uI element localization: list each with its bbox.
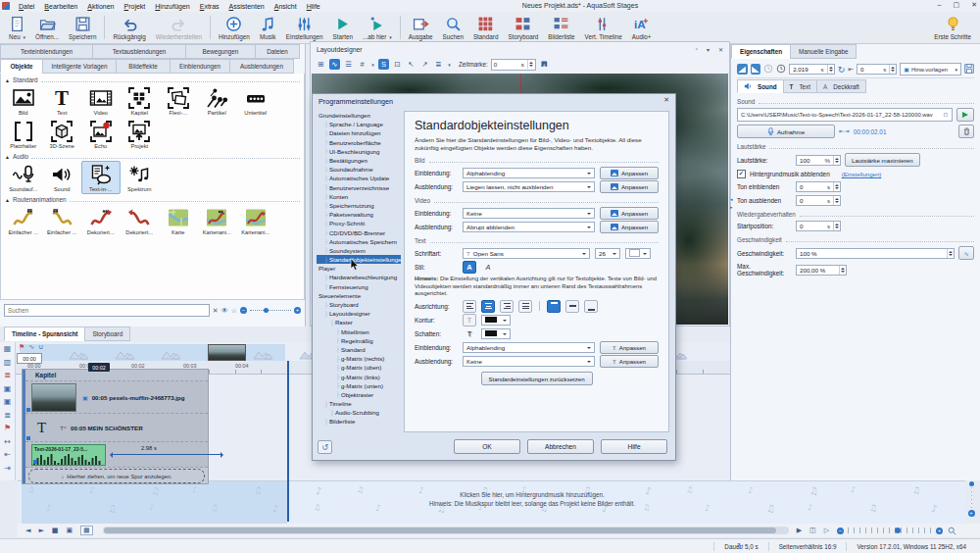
object-platzhalter[interactable]: Platzhalter	[4, 118, 43, 151]
tab-eigenschaften[interactable]: Eigenschaften	[731, 44, 791, 59]
align-justify-icon[interactable]	[518, 300, 532, 313]
frame-view-icon[interactable]: ▣	[66, 527, 73, 534]
templates-dropdown[interactable]: ▣ Hinw.vorlagen ▾	[900, 63, 961, 75]
tree-item-storyboard[interactable]: ├Storyboard	[317, 300, 401, 309]
menu-projekt[interactable]: Projekt	[119, 3, 150, 10]
reset-defaults-button[interactable]: Standardeinstellungen zurücksetzen	[481, 372, 593, 385]
object-soundauf[interactable]: Soundauf...	[4, 161, 43, 194]
fade-out-spinner[interactable]: 0 s	[796, 195, 841, 206]
menu-hilfe[interactable]: Hilfe	[302, 3, 325, 10]
text-ausblendung-anpassen-button[interactable]: TAnpassen	[600, 355, 659, 368]
toolbar-export-button[interactable]: Ausgabe	[404, 13, 438, 43]
video-ausblendung-select[interactable]: Abrupt abblenden	[463, 222, 595, 232]
section-header-routenanimationen[interactable]: ▲Routenanimationen	[5, 196, 300, 203]
fade-background-checkbox[interactable]	[737, 170, 746, 178]
valign-bottom-icon[interactable]	[584, 300, 598, 313]
tree-item-automatisches-speichern[interactable]: ├Automatisches Speichern	[317, 237, 401, 246]
chevron-down-icon[interactable]: ▾	[23, 34, 25, 40]
max-speed-spinner[interactable]: 200,00 %	[796, 265, 847, 276]
audio-clip-row[interactable]: Text-2026-01-17_22-5... 2.98 s	[25, 442, 208, 468]
tab-manuelle-eingabe[interactable]: Manuelle Eingabe	[790, 44, 857, 59]
browse-file-icon[interactable]: 🗋	[943, 112, 949, 118]
grid-caret-icon[interactable]: ▾	[370, 59, 375, 70]
tab-texteinblendungen[interactable]: Texteinblendungen	[0, 44, 93, 59]
minimize-icon[interactable]: –	[938, 1, 942, 9]
tree-item-g-matrix-links-[interactable]: ├g-Matrix (links)	[317, 372, 401, 380]
timeline-tool-icon-9[interactable]: ⇥	[4, 464, 11, 473]
tree-item-benutzeroberfläche[interactable]: ├Benutzeroberfläche	[317, 138, 401, 147]
timeline-tool-icon-2[interactable]: ≣	[4, 371, 11, 379]
tree-item-fernsteuerung[interactable]: ├Fernsteuerung	[317, 282, 401, 291]
delete-sound-button[interactable]	[958, 125, 974, 138]
bild-ausblendung-anpassen-button[interactable]: Anpassen	[600, 180, 659, 193]
toolbar-floppy-button[interactable]: Speichern	[64, 13, 101, 43]
tree-item-mittellinien[interactable]: ├Mittellinien	[317, 327, 401, 336]
audio-clip[interactable]: Text-2026-01-17_22-5...	[31, 444, 106, 466]
speed-curve-button[interactable]: ∿	[958, 246, 974, 260]
tab-objekte[interactable]: Objekte	[0, 59, 43, 74]
tree-item-audio-scrubbing[interactable]: ├Audio-Scrubbing	[317, 408, 401, 417]
section-header-standard[interactable]: ▲Standard	[5, 76, 300, 83]
tree-item-soundaufnahme[interactable]: ├Soundaufnahme	[317, 165, 401, 174]
tree-item-g-matrix-rechts-[interactable]: ├g-Matrix (rechts)	[317, 354, 401, 363]
track-group-header[interactable]: Kapitel	[25, 370, 208, 381]
erste-schritte-button[interactable]: Erste Schritte	[929, 13, 976, 43]
close-icon[interactable]: ✕	[971, 1, 977, 9]
curve-icon[interactable]: ∿	[28, 343, 34, 351]
rotate-right-icon[interactable]: ↗	[419, 59, 430, 70]
font-size-select[interactable]: 26	[595, 248, 620, 259]
object-karte[interactable]: Karte	[159, 204, 198, 237]
clock-icon[interactable]	[776, 64, 786, 75]
track-height-slider[interactable]: +	[964, 480, 978, 522]
search-input[interactable]	[4, 304, 210, 317]
menu-assistenten[interactable]: Assistenten	[224, 3, 270, 10]
shadow-toggle-button[interactable]: T	[463, 327, 476, 340]
tree-item-g-matrix-oben-[interactable]: ├g-Matrix (oben)	[317, 363, 401, 372]
maximize-icon[interactable]: ▢	[954, 1, 960, 9]
ok-button[interactable]: OK	[454, 439, 520, 454]
fade-in-spinner[interactable]: 0 s	[796, 181, 841, 192]
settings-link[interactable]: (Einstellungen)	[842, 171, 882, 177]
tab-bewegungen[interactable]: Bewegungen	[185, 44, 256, 59]
play-sound-button[interactable]	[956, 108, 974, 122]
subtab-sound[interactable]: Sound	[737, 79, 784, 93]
close-panel-icon[interactable]: ✕	[718, 46, 723, 53]
bild-einblendung-select[interactable]: Alphablending	[463, 168, 595, 178]
outline-color-select[interactable]	[481, 315, 511, 326]
object-partikel[interactable]: Partikel	[198, 84, 237, 118]
toolbar-sliders-button[interactable]: Einstellungen	[281, 13, 328, 43]
align-right-icon[interactable]	[500, 300, 514, 313]
text-ausblendung-select[interactable]: Keine	[463, 356, 595, 367]
timeline-tool-icon-1[interactable]: ▥	[4, 358, 12, 367]
background-music-track[interactable]: ♫♪♪♫♫♪♪♫♫♪♪♫♫♪♪♫♫♪♪♫♫♪♪♫♫♪♪♫♫♪♪♫♫♪ Klick…	[18, 480, 965, 525]
object-route_y2[interactable]: Einfacher ...	[43, 204, 82, 237]
clear-search-icon[interactable]: ✕	[213, 307, 219, 315]
rotate-left-icon[interactable]: ↖	[406, 59, 416, 70]
timeline-tool-icon-6[interactable]: ⚑	[4, 424, 11, 432]
start-position-spinner[interactable]: 0 s	[796, 221, 841, 231]
section-header-audio[interactable]: ▲Audio	[5, 153, 300, 160]
object-karteani2[interactable]: Kartenani...	[236, 204, 275, 237]
tree-item-speichernutzung[interactable]: ├Speichernutzung	[317, 201, 401, 210]
toolbar-folder-button[interactable]: Öffnen...	[30, 13, 64, 43]
tree-item-paketverwaltung[interactable]: ├Paketverwaltung	[317, 210, 401, 219]
thumbnail-size-slider[interactable]	[250, 308, 291, 313]
toolbar-audioplus-button[interactable]: iAAudio+	[627, 13, 657, 43]
object-projekt[interactable]: Projekt	[121, 118, 160, 151]
tree-item-benutzerverzeichnisse[interactable]: ├Benutzerverzeichnisse	[317, 183, 401, 192]
tree-item-proxy-schnitt[interactable]: ├Proxy-Schnitt	[317, 219, 401, 227]
tab-textausblendungen[interactable]: Textausblendungen	[92, 44, 186, 59]
tree-item-sprache-language[interactable]: ├Sprache / Language	[317, 120, 401, 128]
playhead-line[interactable]	[287, 361, 289, 522]
tree-item-timeline[interactable]: ├Timeline	[317, 399, 401, 408]
expand-tracks-icon[interactable]: ►	[38, 527, 43, 534]
zoom-out-icon[interactable]: −	[240, 307, 247, 314]
fade-in-icon[interactable]	[737, 64, 748, 75]
zoom-in-icon[interactable]: +	[294, 307, 301, 314]
toolbar-imagelist-button[interactable]: Bilderliste	[543, 13, 579, 43]
timeline-tool-icon-3[interactable]: ▣	[4, 384, 12, 393]
bild-einblendung-anpassen-button[interactable]: Anpassen	[600, 167, 659, 179]
timeline-zoom-out-icon[interactable]: −	[837, 528, 844, 534]
tree-item-hardwarebeschleunigung[interactable]: ├Hardwarebeschleunigung	[317, 273, 401, 281]
text-clip[interactable]: T T⁺ 00:05 MEIN SCHÖNSTER	[25, 414, 208, 442]
